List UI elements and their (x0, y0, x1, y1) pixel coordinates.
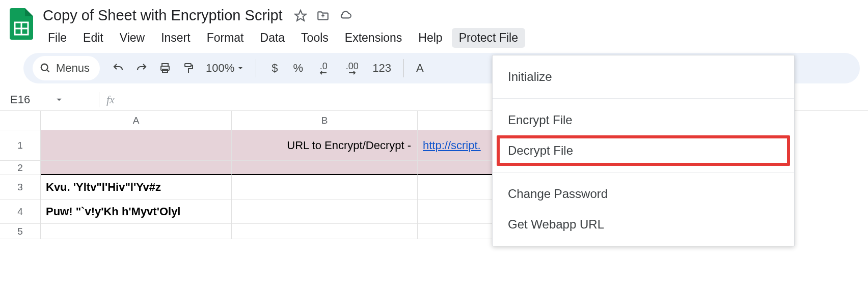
cell-b1[interactable]: URL to Encrypt/Decrypt - (232, 130, 418, 161)
menu-help[interactable]: Help (411, 28, 449, 48)
move-folder-icon[interactable] (316, 9, 330, 22)
menu-view[interactable]: View (113, 28, 152, 48)
cell-b5[interactable] (232, 224, 418, 239)
doc-title[interactable]: Copy of Sheet with Encryption Script (41, 6, 285, 25)
paint-format-button[interactable] (178, 58, 199, 78)
menu-edit[interactable]: Edit (76, 28, 111, 48)
menu-data[interactable]: Data (253, 28, 292, 48)
cell-b2[interactable] (232, 161, 418, 175)
cell-a4[interactable]: Puw! "`v!y'Kh h'Myvt'Olyl (41, 199, 232, 224)
url-link[interactable]: http://script. (423, 139, 481, 152)
row-header[interactable]: 5 (0, 224, 41, 239)
dropdown-get-webapp-url[interactable]: Get Webapp URL (493, 209, 794, 240)
cell-b3[interactable] (232, 175, 418, 199)
sheets-logo[interactable] (8, 6, 35, 42)
dropdown-change-password[interactable]: Change Password (493, 179, 794, 209)
dropdown-decrypt-file[interactable]: Decrypt File (497, 135, 790, 166)
cell-a2[interactable] (41, 161, 232, 175)
svg-line-4 (47, 70, 49, 72)
cell-a5[interactable] (41, 224, 232, 239)
svg-point-3 (41, 64, 48, 71)
col-header-b[interactable]: B (232, 111, 418, 130)
cell-a1[interactable] (41, 130, 232, 161)
protect-file-dropdown: Initialize Encrypt File Decrypt File Cha… (492, 55, 795, 246)
number-format-button[interactable]: 123 (368, 62, 395, 75)
decrease-decimal-button[interactable]: .0 (311, 58, 336, 78)
name-box[interactable]: E16 (10, 93, 92, 106)
menu-extensions[interactable]: Extensions (338, 28, 410, 48)
row-header[interactable]: 3 (0, 175, 41, 199)
dropdown-arrow-icon (237, 65, 243, 71)
dropdown-encrypt-file[interactable]: Encrypt File (493, 105, 794, 135)
font-select-partial[interactable]: A (412, 62, 428, 75)
search-icon (40, 63, 51, 74)
dropdown-initialize[interactable]: Initialize (493, 62, 794, 92)
menu-file[interactable]: File (41, 28, 74, 48)
formula-bar-fx: fx (106, 93, 115, 106)
row-header[interactable]: 1 (0, 130, 41, 161)
menus-label: Menus (56, 62, 90, 75)
zoom-select[interactable]: 100% (202, 62, 248, 75)
print-button[interactable] (155, 58, 175, 78)
cloud-status-icon[interactable] (339, 9, 352, 22)
menus-search[interactable]: Menus (33, 56, 100, 80)
dropdown-arrow-icon (56, 96, 63, 103)
star-icon[interactable] (294, 9, 307, 22)
menu-protect-file[interactable]: Protect File (452, 28, 525, 48)
row-header[interactable]: 2 (0, 161, 41, 175)
cell-a3[interactable]: Kvu. 'Yltv"l'Hiv"l'Yv#z (41, 175, 232, 199)
undo-button[interactable] (108, 58, 128, 78)
percent-button[interactable]: % (288, 58, 308, 78)
currency-button[interactable]: $ (264, 58, 285, 78)
menubar: File Edit View Insert Format Data Tools … (41, 28, 860, 48)
row-header[interactable]: 4 (0, 199, 41, 224)
select-all-corner[interactable] (0, 111, 41, 130)
redo-button[interactable] (131, 58, 152, 78)
menu-format[interactable]: Format (200, 28, 251, 48)
svg-rect-8 (185, 64, 191, 67)
increase-decimal-button[interactable]: .00 (339, 58, 365, 78)
menu-insert[interactable]: Insert (154, 28, 198, 48)
menu-tools[interactable]: Tools (294, 28, 336, 48)
col-header-a[interactable]: A (41, 111, 232, 130)
cell-b4[interactable] (232, 199, 418, 224)
